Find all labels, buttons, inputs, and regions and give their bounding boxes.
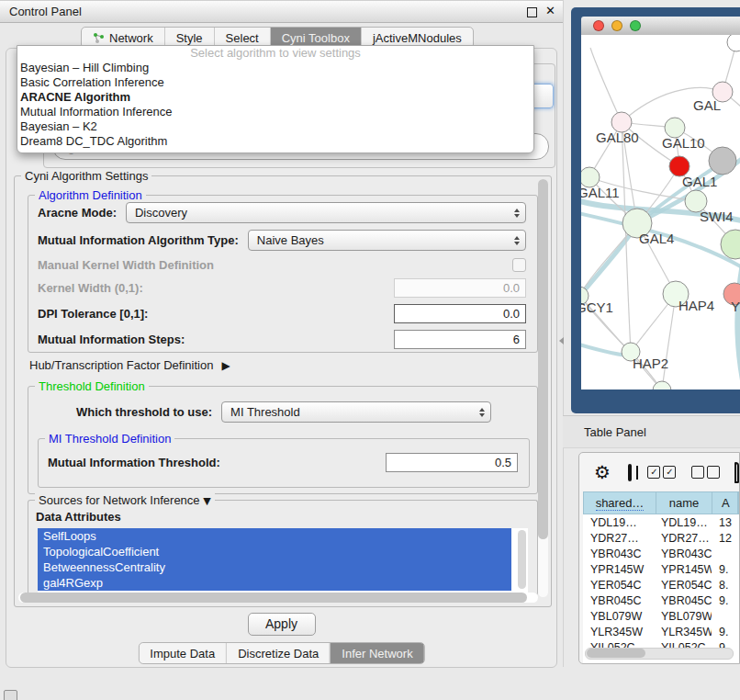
dpi-tolerance-label: DPI Tolerance [0,1]: [38, 307, 148, 321]
table-row[interactable]: YDL19…YDL19…13 [583, 514, 739, 530]
tab-label: jActiveMNodules [373, 31, 462, 45]
attribute-list-item[interactable]: gal4RGexp [38, 575, 511, 591]
table-cell: YDR27… [656, 532, 712, 545]
table-cell: YBR043C [583, 548, 656, 560]
tab-discretize-data[interactable]: Discretize Data [226, 643, 330, 663]
zoom-traffic-button[interactable] [630, 20, 641, 31]
control-panel-title: Control Panel [0, 5, 82, 18]
tab-label: Impute Data [150, 647, 215, 660]
mi-threshold-label: Mutual Information Threshold: [48, 456, 220, 469]
network-node[interactable] [727, 35, 740, 51]
mi-threshold-group-title: MI Threshold Definition [45, 432, 174, 446]
table-cell: 13 [712, 516, 739, 529]
panel-splitter-arrow[interactable] [559, 337, 564, 344]
network-icon [93, 32, 105, 44]
table-cell: YBL079W [583, 610, 656, 623]
close-icon[interactable]: ✕ [545, 4, 555, 17]
table-cell: YPR145W [656, 563, 712, 576]
tab-impute-data[interactable]: Impute Data [139, 643, 226, 663]
close-traffic-button[interactable] [593, 20, 604, 31]
minimize-traffic-button[interactable] [611, 20, 622, 31]
dpi-tolerance-field[interactable]: 0.0 [394, 304, 526, 323]
collapsed-panel-icon[interactable] [4, 690, 17, 700]
settings-vertical-scrollbar[interactable] [538, 179, 548, 597]
dropdown-item[interactable]: Mutual Information Inference [17, 105, 533, 119]
mi-threshold-field[interactable]: 0.5 [386, 453, 518, 472]
node-label: GAL10 [662, 135, 705, 151]
hub-definition-toggle[interactable]: Hub/Transcription Factor Definition ▶ [29, 358, 230, 372]
chevron-right-icon: ▶ [221, 359, 230, 372]
dropdown-item[interactable]: Dream8 DC_TDC Algorithm [17, 134, 533, 149]
tab-infer-network[interactable]: Infer Network [330, 643, 423, 663]
which-threshold-combo[interactable]: MI Threshold [221, 401, 491, 423]
table-column-header[interactable]: shared… [584, 492, 656, 514]
bottom-tabbar: Impute Data Discretize Data Infer Networ… [138, 642, 424, 664]
attribute-list-item[interactable]: BetweennessCentrality [38, 559, 511, 575]
select-all-checkboxes[interactable]: ✓ ✓ [647, 466, 676, 479]
dropdown-item[interactable]: Basic Correlation Inference [17, 75, 533, 90]
export-table-icon[interactable] [734, 462, 739, 483]
table-row[interactable]: YBR043CYBR043C [583, 546, 739, 561]
mi-steps-field[interactable]: 6 [394, 330, 526, 349]
control-panel-titlebar: Control Panel ✕ [0, 0, 563, 23]
table-row[interactable]: YBL079WYBL079W [583, 608, 739, 624]
apply-button[interactable]: Apply [248, 613, 316, 636]
manual-kernel-label: Manual Kernel Width Definition [38, 258, 214, 272]
table-row[interactable]: YPR145WYPR145W9. [583, 561, 739, 577]
sources-title-text: Sources for Network Inference [39, 493, 200, 507]
table-row[interactable]: YDR27…YDR27…12 [583, 530, 739, 546]
node-label: GAL80 [596, 130, 639, 145]
network-node[interactable] [721, 230, 740, 259]
node-label: GAL4 [639, 231, 674, 246]
table-cell: YER054C [583, 579, 656, 592]
dropdown-item[interactable]: ARACNE Algorithm [17, 90, 533, 105]
dropdown-item[interactable]: Bayesian – Hill Climbing [17, 61, 533, 75]
mi-type-value: Naive Bayes [257, 233, 324, 247]
table-column-header[interactable]: name [656, 492, 712, 514]
algorithm-definition-title: Algorithm Definition [35, 188, 146, 202]
node-table: shared…nameA YDL19…YDL19…13YDR27…YDR27…1… [583, 491, 739, 663]
table-row[interactable]: YLR345WYLR345W9. [583, 624, 739, 639]
table-cell: YBR045C [656, 594, 712, 607]
table-panel-window: ⚙ ✓ ✓ shared…nameA YDL19…YDL19…13YDR27…Y… [578, 452, 740, 664]
node-label: HAP2 [633, 356, 668, 371]
kernel-width-field: 0.0 [394, 278, 526, 298]
checked-checkbox-icon: ✓ [647, 466, 660, 479]
deselect-all-checkboxes[interactable] [691, 466, 720, 479]
attribute-list-item[interactable]: SelfLoops [38, 528, 511, 544]
table-cell: YDR27… [583, 532, 656, 545]
data-attributes-list[interactable]: SelfLoopsTopologicalCoefficientBetweenne… [38, 528, 528, 593]
aracne-mode-value: Discovery [135, 206, 187, 220]
tab-label: Network [109, 31, 153, 45]
table-cell: 9. [712, 563, 739, 576]
settings-horizontal-scrollbar[interactable] [18, 593, 538, 603]
columns-icon[interactable] [628, 464, 633, 481]
manual-kernel-checkbox[interactable] [512, 258, 526, 272]
table-column-header[interactable]: A [712, 492, 738, 514]
table-horizontal-scrollbar[interactable] [585, 648, 734, 660]
unchecked-checkbox-icon [707, 466, 720, 479]
kernel-width-label: Kernel Width (0,1): [38, 281, 143, 295]
table-row[interactable]: YER054CYER054C8. [583, 577, 739, 593]
settings-group-title: Cyni Algorithm Settings [21, 169, 151, 183]
attribute-list-item[interactable]: TopologicalCoefficient [38, 544, 511, 559]
gear-icon[interactable]: ⚙ [594, 461, 611, 483]
dropdown-item[interactable]: Bayesian – K2 [17, 119, 533, 134]
tab-label: Cyni Toolbox [282, 31, 350, 45]
network-canvas[interactable]: GALGAL80GAL10GAL1GAL11SWI4GAL4HAP4YGCY1H… [581, 35, 740, 390]
table-cell: 12 [712, 532, 739, 545]
table-panel-title: Table Panel [563, 425, 646, 439]
which-threshold-value: MI Threshold [230, 405, 300, 419]
aracne-mode-combo[interactable]: Discovery [126, 202, 526, 223]
sources-group: Sources for Network Inference ▼ Data Att… [28, 500, 538, 595]
network-node[interactable] [709, 147, 736, 175]
node-label: GAL1 [682, 174, 717, 189]
node-label: GAL [693, 97, 721, 113]
list-scrollbar[interactable] [518, 530, 526, 589]
caret-down-icon[interactable]: ▼ [203, 495, 210, 507]
dropdown-placeholder: Select algorithm to view settings [17, 46, 533, 61]
float-button[interactable] [527, 7, 537, 17]
table-row[interactable]: YBR045CYBR045C9. [583, 593, 739, 608]
algorithm-dropdown-popup: Select algorithm to view settings Bayesi… [17, 45, 534, 153]
mi-type-combo[interactable]: Naive Bayes [248, 230, 526, 251]
